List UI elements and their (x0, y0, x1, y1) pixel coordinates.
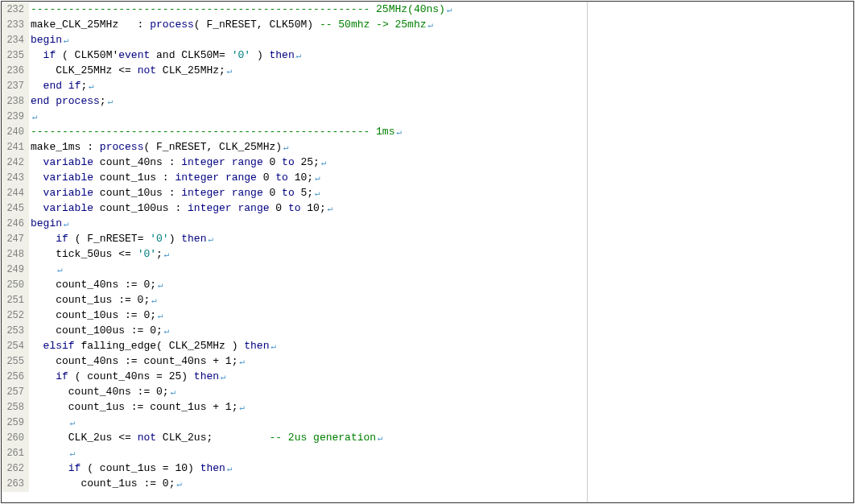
code-line[interactable]: 232-------------------------------------… (2, 2, 587, 17)
code-text[interactable]: if ( F_nRESET= '0') then↵ (29, 231, 587, 247)
line-number: 246 (2, 217, 29, 232)
code-text[interactable]: CLK_25MHz <= not CLK_25MHz;↵ (29, 63, 587, 79)
eol-marker-icon: ↵ (68, 418, 76, 428)
code-line[interactable]: 244 variable count_10us : integer range … (2, 185, 587, 200)
code-text[interactable]: count_100us := 0;↵ (29, 323, 587, 339)
code-text[interactable]: count_40ns := 0;↵ (29, 277, 587, 293)
code-text[interactable]: count_40ns := 0;↵ (29, 384, 587, 400)
code-text[interactable]: make_CLK_25MHz : process( F_nRESET, CLK5… (29, 17, 587, 33)
code-line[interactable]: 259 ↵ (2, 415, 587, 430)
code-text[interactable]: tick_50us <= '0';↵ (29, 246, 587, 262)
code-line[interactable]: 233make_CLK_25MHz : process( F_nRESET, C… (2, 17, 587, 32)
code-text[interactable]: end if;↵ (29, 78, 587, 94)
code-text[interactable]: ----------------------------------------… (29, 124, 587, 140)
code-line[interactable]: 242 variable count_40ns : integer range … (2, 155, 587, 170)
code-line[interactable]: 249 ↵ (2, 262, 587, 277)
code-line[interactable]: 248 tick_50us <= '0';↵ (2, 246, 587, 262)
line-number: 261 (2, 446, 29, 461)
code-text[interactable]: variable count_10us : integer range 0 to… (29, 185, 587, 201)
code-line[interactable]: 257 count_40ns := 0;↵ (2, 384, 587, 399)
code-text[interactable]: if ( count_1us = 10) then↵ (29, 461, 587, 477)
code-line[interactable]: 241make_1ms : process( F_nRESET, CLK_25M… (2, 139, 587, 155)
code-text[interactable]: begin↵ (29, 216, 587, 232)
eol-marker-icon: ↵ (225, 464, 233, 473)
code-text[interactable]: ↵ (29, 262, 587, 278)
eol-marker-icon: ↵ (282, 143, 289, 152)
code-text[interactable]: count_1us := 0;↵ (29, 476, 587, 492)
code-line[interactable]: 240-------------------------------------… (2, 124, 587, 139)
line-number: 243 (2, 171, 29, 186)
line-number: 235 (2, 48, 29, 64)
code-lines-container: 232-------------------------------------… (2, 2, 587, 491)
code-text[interactable]: count_40ns := count_40ns + 1;↵ (29, 353, 587, 370)
line-number: 237 (2, 79, 29, 94)
line-number: 233 (2, 18, 29, 33)
eol-marker-icon: ↵ (320, 158, 327, 167)
code-text[interactable]: count_1us := count_1us + 1;↵ (29, 399, 587, 415)
code-line[interactable]: 238end process;↵ (2, 93, 587, 109)
line-number: 256 (2, 370, 29, 385)
line-number: 263 (2, 477, 29, 492)
code-text[interactable]: elsif falling_edge( CLK_25MHz ) then↵ (29, 338, 587, 354)
line-number: 239 (2, 109, 29, 125)
line-number: 232 (2, 2, 29, 18)
code-text[interactable]: variable count_40ns : integer range 0 to… (29, 155, 587, 171)
line-number: 234 (2, 33, 29, 48)
code-line[interactable]: 254 elsif falling_edge( CLK_25MHz ) then… (2, 338, 587, 353)
code-line[interactable]: 235 if ( CLK50M'event and CLK50M= '0' ) … (2, 48, 587, 63)
eol-marker-icon: ↵ (238, 357, 245, 366)
code-text[interactable]: CLK_2us <= not CLK_2us; -- 2us generatio… (29, 430, 587, 446)
code-text[interactable]: count_10us := 0;↵ (29, 308, 587, 324)
code-text[interactable]: if ( count_40ns = 25) then↵ (29, 369, 587, 385)
line-number: 238 (2, 94, 29, 109)
code-text[interactable]: ↵ (29, 445, 587, 461)
code-text[interactable]: ↵ (29, 415, 587, 431)
eol-marker-icon: ↵ (313, 188, 320, 198)
code-editor[interactable]: 232-------------------------------------… (2, 2, 588, 502)
code-text[interactable]: end process;↵ (29, 93, 587, 109)
code-text[interactable]: make_1ms : process( F_nRESET, CLK_25MHz)… (29, 139, 587, 155)
side-panel (588, 2, 853, 502)
code-line[interactable]: 263 count_1us := 0;↵ (2, 476, 587, 491)
eol-marker-icon: ↵ (225, 66, 233, 76)
code-line[interactable]: 261 ↵ (2, 445, 587, 461)
eol-marker-icon: ↵ (87, 81, 94, 91)
code-text[interactable]: variable count_100us : integer range 0 t… (29, 200, 587, 217)
code-line[interactable]: 253 count_100us := 0;↵ (2, 323, 587, 338)
code-line[interactable]: 239↵ (2, 109, 587, 124)
eol-marker-icon: ↵ (163, 326, 170, 336)
code-line[interactable]: 250 count_40ns := 0;↵ (2, 277, 587, 292)
code-line[interactable]: 234begin↵ (2, 32, 587, 48)
line-number: 257 (2, 385, 29, 400)
code-line[interactable]: 247 if ( F_nRESET= '0') then↵ (2, 231, 587, 246)
code-line[interactable]: 246begin↵ (2, 216, 587, 231)
code-line[interactable]: 237 end if;↵ (2, 78, 587, 93)
line-number: 251 (2, 293, 29, 308)
code-line[interactable]: 260 CLK_2us <= not CLK_2us; -- 2us gener… (2, 430, 587, 445)
code-text[interactable]: ----------------------------------------… (29, 2, 587, 18)
code-text[interactable]: begin↵ (29, 32, 587, 48)
code-line[interactable]: 245 variable count_100us : integer range… (2, 200, 587, 216)
line-number: 240 (2, 125, 29, 140)
eol-marker-icon: ↵ (313, 173, 320, 183)
eol-marker-icon: ↵ (326, 204, 333, 213)
line-number: 255 (2, 354, 29, 370)
code-line[interactable]: 255 count_40ns := count_40ns + 1;↵ (2, 353, 587, 369)
code-text[interactable]: variable count_1us : integer range 0 to … (29, 170, 587, 186)
code-line[interactable]: 262 if ( count_1us = 10) then↵ (2, 461, 587, 476)
code-line[interactable]: 243 variable count_1us : integer range 0… (2, 170, 587, 185)
code-line[interactable]: 251 count_1us := 0;↵ (2, 292, 587, 308)
line-number: 248 (2, 247, 29, 262)
eol-marker-icon: ↵ (156, 280, 163, 290)
code-line[interactable]: 252 count_10us := 0;↵ (2, 308, 587, 323)
code-line[interactable]: 256 if ( count_40ns = 25) then↵ (2, 369, 587, 384)
code-line[interactable]: 236 CLK_25MHz <= not CLK_25MHz;↵ (2, 63, 587, 78)
line-number: 244 (2, 186, 29, 201)
code-text[interactable]: ↵ (29, 109, 587, 125)
line-number: 254 (2, 339, 29, 354)
code-line[interactable]: 258 count_1us := count_1us + 1;↵ (2, 399, 587, 415)
line-number: 259 (2, 415, 29, 431)
code-text[interactable]: count_1us := 0;↵ (29, 292, 587, 308)
code-text[interactable]: if ( CLK50M'event and CLK50M= '0' ) then… (29, 48, 587, 64)
eol-marker-icon: ↵ (238, 403, 245, 412)
